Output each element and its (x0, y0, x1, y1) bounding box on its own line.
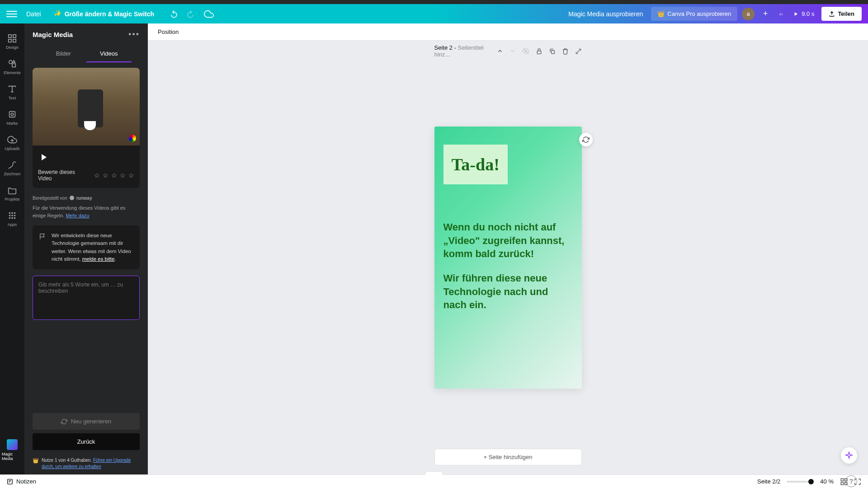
svg-rect-5 (12, 64, 15, 67)
prompt-input[interactable] (33, 276, 140, 320)
share-button[interactable]: Teilen (821, 7, 862, 21)
share-icon (829, 11, 835, 17)
regenerate-button[interactable]: Neu generieren (33, 413, 140, 430)
projects-label: Projekte (5, 197, 19, 202)
draw-label: Zeichnen (4, 172, 20, 176)
svg-rect-20 (551, 50, 554, 53)
duration-button[interactable]: 9.0 s (790, 8, 817, 20)
svg-rect-6 (9, 112, 15, 117)
zoom-slider[interactable] (787, 481, 814, 483)
ai-badge-icon (129, 135, 136, 142)
svg-point-8 (9, 212, 11, 214)
text-label: Text (9, 96, 16, 100)
refresh-icon (582, 136, 590, 143)
help-button[interactable]: ? (845, 475, 857, 487)
uploads-tab[interactable]: Uploads (0, 130, 24, 155)
feedback-info-box: Wir entwickeln diese neue Technologie ge… (33, 225, 140, 269)
notes-button[interactable]: Notizen (6, 478, 36, 485)
magic-media-tab[interactable]: Magic Media (0, 435, 24, 465)
duplicate-button[interactable] (549, 48, 556, 55)
page-controls: Seite 2 - Seitentitel hinz… (434, 44, 582, 58)
star-5[interactable]: ☆ (128, 172, 134, 179)
top-toolbar: Datei Größe ändern & Magic Switch Magic … (0, 4, 868, 23)
add-page-button[interactable]: + Seite hinzufügen (434, 449, 582, 465)
projects-tab[interactable]: Projekte (0, 181, 24, 206)
canva-assistant-button[interactable] (841, 447, 857, 464)
svg-point-9 (11, 212, 13, 214)
star-3[interactable]: ☆ (111, 172, 117, 179)
design-label: Design (6, 45, 19, 50)
zoom-level[interactable]: 40 % (820, 478, 834, 485)
page-number-label: Seite 2 - Seitentitel hinz… (434, 44, 492, 58)
more-options-button[interactable]: ••• (128, 30, 140, 39)
magic-media-label: Magic Media (2, 452, 23, 461)
report-link[interactable]: melde es bitte (82, 256, 115, 262)
analytics-button[interactable] (776, 9, 785, 19)
play-icon (793, 11, 799, 17)
star-4[interactable]: ☆ (120, 172, 126, 179)
delete-button[interactable] (562, 48, 569, 55)
text-tab[interactable]: Text (0, 80, 24, 105)
uploads-label: Uploads (5, 146, 19, 151)
redo-button[interactable] (186, 9, 195, 19)
resize-magic-switch-button[interactable]: Größe ändern & Magic Switch (50, 8, 159, 20)
position-button[interactable]: Position (154, 26, 182, 38)
undo-button[interactable] (170, 9, 179, 19)
main-menu-button[interactable] (6, 9, 17, 19)
cloud-sync-icon[interactable] (204, 9, 214, 19)
svg-rect-3 (13, 39, 16, 42)
apps-tab[interactable]: Apps (0, 206, 24, 231)
design-tab[interactable]: Design (0, 29, 24, 54)
star-2[interactable]: ☆ (103, 172, 108, 179)
add-collaborator-button[interactable]: + (759, 8, 772, 20)
generated-video-card: Bewerte dieses Video ☆ ☆ ☆ ☆ ☆ (33, 68, 140, 188)
crown-icon: 👑 (657, 10, 665, 17)
back-button[interactable]: Zurück (33, 433, 140, 450)
elements-tab[interactable]: Elemente (0, 54, 24, 80)
brand-tab[interactable]: Marke (0, 105, 24, 130)
apps-label: Apps (8, 222, 17, 227)
panel-title: Magic Media (33, 31, 73, 38)
hide-button[interactable] (522, 47, 529, 55)
svg-point-15 (11, 217, 13, 219)
zoom-slider-handle[interactable] (808, 479, 814, 484)
svg-point-17 (70, 196, 74, 200)
next-page-button[interactable] (509, 48, 516, 54)
refresh-icon (61, 418, 67, 425)
learn-more-link[interactable]: Mehr dazu (66, 213, 89, 218)
refresh-element-button[interactable] (579, 133, 593, 146)
tada-text: Ta-da! (452, 155, 500, 174)
draw-tab[interactable]: Zeichnen (0, 155, 24, 181)
lock-button[interactable] (536, 48, 542, 55)
slide-canvas[interactable]: Ta-da! Wenn du noch nicht auf „Video" zu… (434, 127, 582, 389)
video-preview[interactable] (33, 68, 140, 145)
user-avatar[interactable]: a (742, 8, 755, 20)
canva-pro-button[interactable]: 👑 Canva Pro ausprobieren (651, 7, 737, 21)
crown-icon: 👑 (33, 457, 39, 470)
svg-rect-0 (9, 35, 11, 38)
page-indicator[interactable]: Seite 2/2 (757, 478, 780, 485)
credits-info: 👑 Nutze 1 von 4 Guthaben. Führe ein Upgr… (24, 455, 148, 474)
elements-label: Elemente (4, 70, 21, 75)
timeline-expand-handle[interactable] (425, 471, 443, 475)
document-title[interactable]: Magic Media ausprobieren (568, 10, 643, 18)
file-menu[interactable]: Datei (23, 8, 45, 20)
svg-point-10 (14, 212, 16, 214)
slide-body-text[interactable]: Wenn du noch nicht auf „Video" zugreifen… (443, 221, 573, 312)
expand-button[interactable] (575, 48, 582, 55)
images-tab[interactable]: Bilder (41, 46, 86, 62)
runway-logo-icon (69, 195, 75, 201)
svg-point-13 (14, 215, 16, 216)
magic-media-panel: Magic Media ••• Bilder Videos Bewerte di… (24, 23, 148, 474)
prev-page-button[interactable] (497, 48, 503, 54)
play-button[interactable] (38, 152, 49, 163)
svg-rect-1 (13, 35, 16, 38)
svg-point-14 (9, 217, 11, 219)
tada-heading-box[interactable]: Ta-da! (443, 145, 508, 184)
svg-point-12 (11, 215, 13, 216)
notes-icon (6, 478, 14, 485)
svg-rect-2 (9, 39, 11, 42)
star-1[interactable]: ☆ (94, 172, 100, 179)
usage-rules-text: Für die Verwendung dieses Videos gibt es… (33, 204, 140, 219)
videos-tab[interactable]: Videos (86, 46, 132, 62)
